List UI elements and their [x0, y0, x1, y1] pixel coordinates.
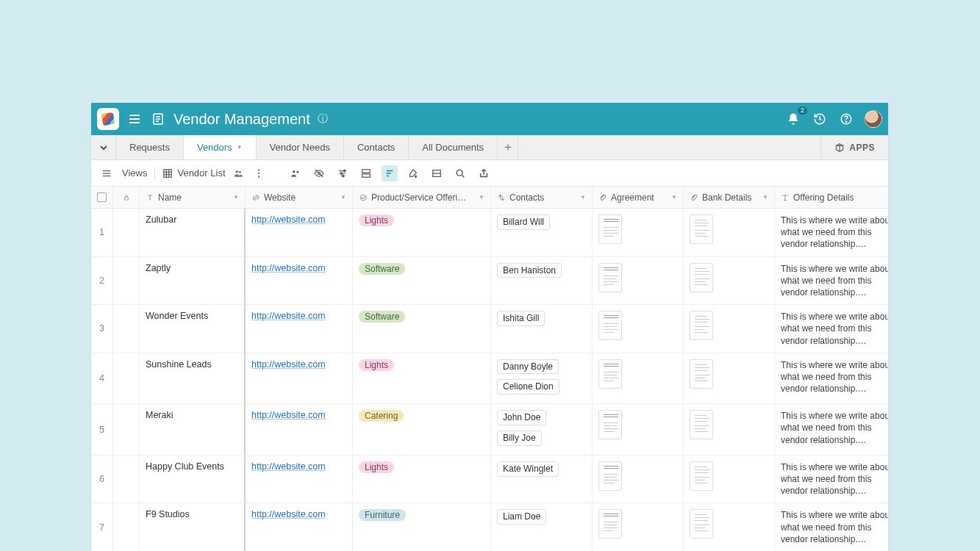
cell-offering[interactable]: Catering [353, 404, 491, 455]
cell-contacts[interactable]: Danny BoyleCelione Dion [491, 353, 593, 405]
chevron-down-icon[interactable]: ▼ [233, 194, 239, 201]
cell-offering-details[interactable]: This is where we write about what we nee… [775, 353, 888, 405]
cell-website[interactable]: http://website.com [246, 503, 353, 551]
row-number[interactable]: 7 [91, 503, 113, 551]
cell-agreement[interactable] [593, 209, 684, 257]
contact-chip[interactable]: Ben Haniston [497, 263, 562, 278]
view-name[interactable]: Vendor List [162, 168, 225, 179]
data-grid[interactable]: Name▼Website▼Product/Service Offeri…▼Con… [91, 187, 888, 551]
tab-vendor-needs[interactable]: Vendor Needs [257, 135, 344, 159]
sort-icon[interactable] [382, 165, 398, 181]
menu-icon[interactable] [126, 111, 143, 127]
attachment-thumbnail[interactable] [690, 461, 713, 491]
chevron-down-icon[interactable]: ▼ [671, 194, 677, 201]
row-height-icon[interactable] [429, 165, 445, 181]
cell-website[interactable]: http://website.com [246, 257, 353, 306]
cell-contacts[interactable]: Ben Haniston [491, 257, 593, 306]
attachment-thumbnail[interactable] [598, 311, 622, 340]
header-cell[interactable] [91, 187, 113, 209]
website-link[interactable]: http://website.com [251, 215, 326, 225]
cell-name[interactable]: Wonder Events [140, 305, 246, 353]
attachment-thumbnail[interactable] [690, 263, 713, 292]
cell-contacts[interactable]: Ishita Gill [491, 305, 593, 353]
row-number[interactable]: 6 [91, 455, 113, 504]
tab-vendors[interactable]: Vendors▼ [184, 135, 257, 159]
cell-offering[interactable]: Lights [353, 209, 491, 257]
cell-name[interactable]: Happy Club Events [140, 455, 246, 504]
cell-agreement[interactable] [593, 305, 684, 353]
attachment-thumbnail[interactable] [690, 410, 713, 439]
collaborators-icon[interactable] [233, 168, 243, 179]
contact-chip[interactable]: Kate Winglet [497, 461, 559, 477]
website-link[interactable]: http://website.com [251, 359, 326, 370]
views-menu-icon[interactable] [99, 165, 115, 181]
cell-website[interactable]: http://website.com [246, 455, 353, 504]
cell-website[interactable]: http://website.com [246, 209, 353, 257]
cell-bank-details[interactable] [684, 257, 775, 306]
cell-contacts[interactable]: John DoeBilly Joe [491, 404, 593, 455]
website-link[interactable]: http://website.com [251, 263, 326, 273]
column-details[interactable]: Offering Details [775, 187, 888, 209]
column-website[interactable]: Website▼ [246, 187, 353, 209]
tabs-collapse-toggle[interactable] [91, 135, 116, 159]
cell-bank-details[interactable] [684, 503, 775, 551]
cell-website[interactable]: http://website.com [246, 305, 353, 353]
cell-offering[interactable]: Lights [353, 455, 491, 504]
cell-name[interactable]: Meraki [140, 404, 246, 455]
tab-all-documents[interactable]: All Documents [409, 135, 498, 159]
views-label[interactable]: Views [122, 168, 147, 179]
cell-agreement[interactable] [593, 404, 684, 455]
cell-name[interactable]: Sunshine Leads [140, 353, 246, 405]
cell-contacts[interactable]: Billard Will [491, 209, 593, 257]
cell-name[interactable]: Zulubar [140, 209, 246, 257]
contact-chip[interactable]: Liam Doe [497, 509, 546, 525]
attachment-thumbnail[interactable] [690, 215, 713, 244]
attachment-thumbnail[interactable] [598, 461, 622, 491]
header-cell[interactable] [113, 187, 140, 209]
column-offering[interactable]: Product/Service Offeri…▼ [353, 187, 491, 209]
attachment-thumbnail[interactable] [598, 215, 622, 244]
cell-bank-details[interactable] [684, 353, 775, 405]
cell-offering-details[interactable]: This is where we write about what we nee… [775, 404, 888, 455]
info-icon[interactable]: ⓘ [318, 112, 328, 126]
cell-offering[interactable]: Software [353, 305, 491, 353]
more-icon[interactable] [251, 165, 267, 181]
cell-offering[interactable]: Lights [353, 353, 491, 405]
attachment-thumbnail[interactable] [598, 263, 622, 292]
cell-agreement[interactable] [593, 353, 684, 405]
website-link[interactable]: http://website.com [251, 509, 326, 519]
row-number[interactable]: 2 [91, 257, 113, 306]
app-logo[interactable] [97, 108, 119, 130]
cell-bank-details[interactable] [684, 404, 775, 455]
contact-chip[interactable]: John Doe [497, 410, 546, 425]
contact-chip[interactable]: Ishita Gill [497, 311, 545, 326]
color-icon[interactable] [405, 165, 421, 181]
avatar[interactable] [865, 110, 882, 128]
search-icon[interactable] [452, 165, 468, 181]
column-agreement[interactable]: Agreement▼ [593, 187, 684, 209]
chevron-down-icon[interactable]: ▼ [340, 194, 346, 201]
apps-button[interactable]: APPS [820, 135, 888, 159]
hide-fields-icon[interactable] [311, 165, 327, 181]
contact-chip[interactable]: Billy Joe [497, 431, 542, 446]
attachment-thumbnail[interactable] [598, 410, 622, 439]
row-number[interactable]: 1 [91, 209, 113, 257]
cell-offering-details[interactable]: This is where we write about what we nee… [775, 209, 888, 257]
cell-website[interactable]: http://website.com [246, 353, 353, 405]
cell-agreement[interactable] [593, 257, 684, 306]
tab-add-button[interactable]: ＋ [498, 135, 518, 159]
share-icon[interactable] [287, 165, 304, 181]
website-link[interactable]: http://website.com [251, 461, 326, 472]
cell-offering-details[interactable]: This is where we write about what we nee… [775, 455, 888, 504]
cell-offering-details[interactable]: This is where we write about what we nee… [775, 503, 888, 551]
cell-bank-details[interactable] [684, 305, 775, 353]
cell-bank-details[interactable] [684, 209, 775, 257]
group-icon[interactable] [358, 165, 374, 181]
chevron-down-icon[interactable]: ▼ [762, 194, 768, 201]
chevron-down-icon[interactable]: ▼ [479, 194, 484, 201]
row-number[interactable]: 5 [91, 404, 113, 455]
row-number[interactable]: 4 [91, 353, 113, 405]
filter-icon[interactable] [335, 165, 351, 181]
history-icon[interactable] [812, 111, 828, 127]
cell-agreement[interactable] [593, 503, 684, 551]
